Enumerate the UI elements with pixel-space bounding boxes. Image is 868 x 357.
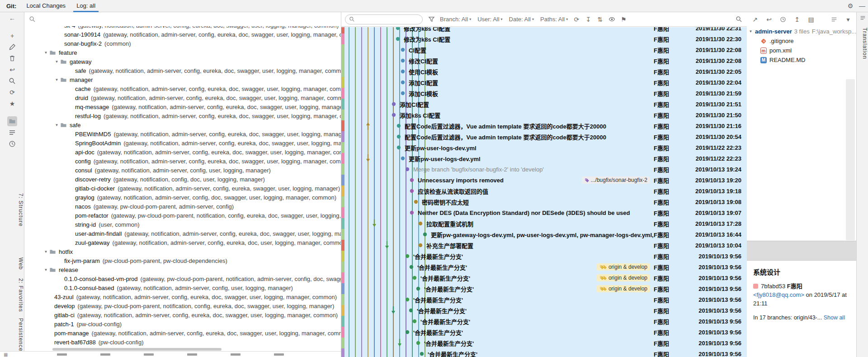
log-row[interactable]: '合并最新生产分支'F惠阳2019/10/13 9:56 — [341, 305, 747, 316]
branch-row[interactable]: revert-baf67d88(pw-cloud-config) — [24, 338, 341, 347]
log-row[interactable]: 应该检查从流读取返回的值F惠阳2019/10/13 19:18 — [341, 186, 747, 196]
branch-row[interactable]: safe(gateway, notification, admin-server… — [24, 66, 341, 75]
ref-label-chip[interactable]: origin & develop — [597, 263, 650, 271]
lines-icon[interactable] — [830, 16, 839, 23]
toolwindow-label-web[interactable]: Web — [0, 257, 24, 270]
log-row[interactable]: '合并最新生产分支'F惠阳2019/10/13 9:56 — [341, 348, 747, 357]
branch-row[interactable]: mq-message(gateway, notification, admin-… — [24, 102, 341, 111]
chevron-down-icon[interactable]: ▾ — [844, 16, 853, 23]
add-icon[interactable]: + — [0, 30, 24, 41]
log-row[interactable]: 更新pw-user-logs-dev.ymlF惠阳2019/11/22 22:2… — [341, 142, 747, 153]
tab-local-changes[interactable]: Local Changes — [21, 0, 71, 12]
show-all-link[interactable]: Show all — [824, 314, 845, 321]
fetch-icon[interactable]: ↧ — [584, 16, 593, 23]
log-row[interactable]: 密码密钥不应太短F惠阳2019/10/13 19:08 — [341, 196, 747, 207]
log-row[interactable]: 更新pw-gateway-logs-dev.yml, pw-user-logs-… — [341, 229, 747, 240]
branch-row[interactable]: PBEWithMD5(gateway, notification, admin-… — [24, 129, 341, 138]
log-row[interactable]: '合并最新生产分支'origin & developF惠阳2019/10/13 … — [341, 283, 747, 294]
bottom-strip-icon[interactable] — [187, 353, 197, 356]
log-row[interactable]: 添加CI模板F惠阳2019/11/30 21:59 — [341, 88, 747, 99]
chevron-expanded-icon[interactable]: ▼ — [42, 268, 49, 272]
branch-row[interactable]: restful-log(gateway, notification, admin… — [24, 111, 341, 120]
log-row[interactable]: '合并最新生产分支'F惠阳2019/10/13 9:56 — [341, 251, 747, 262]
search-icon[interactable] — [0, 75, 24, 86]
branch-row[interactable]: cache(gateway, notification, admin-serve… — [24, 84, 341, 93]
log-row[interactable]: '合并最新生产分支'F惠阳2019/10/13 9:56 — [341, 338, 747, 348]
log-filter-user[interactable]: User: All▾ — [477, 16, 502, 23]
ref-label-chip[interactable]: origin & develop — [597, 285, 650, 292]
log-filter-branch[interactable]: Branch: All▾ — [440, 16, 471, 23]
log-row[interactable]: '合并最新生产分支'F惠阳2019/10/13 9:56 — [341, 327, 747, 338]
changed-files-root[interactable]: ▼ admin-server 3 files F:\java_worksp... — [747, 26, 856, 36]
forward-icon[interactable]: ↗ — [750, 16, 760, 23]
branch-row[interactable]: discover-retry(gateway, notification, co… — [24, 175, 341, 184]
flag-icon[interactable]: ⚑ — [619, 16, 628, 23]
log-row[interactable]: '合并最新生产分支'F惠阳2019/10/13 9:56 — [341, 294, 747, 305]
branch-row[interactable]: develop(gateway, pw-cloud-pom-parent, no… — [24, 301, 341, 310]
log-row[interactable]: 添加CI配置F惠阳2019/11/30 21:51 — [341, 99, 747, 109]
log-row[interactable]: CI配置F惠阳2019/11/30 22:08 — [341, 44, 747, 55]
log-row[interactable]: 添加k8s CI配置F惠阳2019/11/30 21:50 — [341, 109, 747, 120]
log-row[interactable]: 修改为k8s CI配置F惠阳2019/11/30 22:30 — [341, 33, 747, 44]
toolwindow-corner-icon[interactable]: ▦ — [0, 351, 24, 357]
chevron-expanded-icon[interactable]: ▼ — [53, 60, 60, 64]
branch-row[interactable]: sonar-190914(gateway, notification, admi… — [24, 30, 341, 39]
branch-row[interactable]: druid(gateway, notification, admin-serve… — [24, 93, 341, 102]
bottom-strip-icon[interactable] — [274, 353, 284, 356]
log-row[interactable]: 配置Code后置过滤器，Vue admin template 要求返回的code… — [341, 120, 747, 131]
log-row[interactable]: 修改CI配置F惠阳2019/11/30 22:08 — [341, 55, 747, 66]
toolwindow-icon[interactable] — [857, 12, 868, 24]
branch-row[interactable]: config(gateway, notification, admin-serv… — [24, 157, 341, 166]
branch-row[interactable]: gitlab-ci-docker(gateway, notification, … — [24, 184, 341, 193]
branch-row[interactable]: sonar-bugfix-2(common) — [24, 39, 341, 48]
ref-label-chip[interactable]: .../bugfix/sonar-bugfix-2 — [582, 176, 650, 184]
log-row[interactable]: Merge branch 'bugfix/sonar-bugfix-2' int… — [341, 164, 747, 175]
branch-row[interactable]: 0.1.0-consul-based(gateway, notification… — [24, 283, 341, 292]
rollback-icon[interactable]: ↩ — [764, 16, 774, 23]
branch-hscrollbar[interactable] — [24, 347, 341, 351]
filter-gear-icon[interactable] — [427, 16, 436, 23]
log-row[interactable]: 添加CI配置F惠阳2019/11/30 22:04 — [341, 77, 747, 88]
bottom-strip-icon[interactable] — [57, 353, 67, 356]
ref-label-chip[interactable]: origin & develop — [597, 274, 650, 281]
bottom-strip-icon[interactable] — [144, 353, 154, 356]
toolwindow-label-structure[interactable]: 7: Structure — [0, 193, 24, 227]
log-row[interactable]: Unnecessary imports removed.../bugfix/so… — [341, 175, 747, 186]
log-row[interactable]: '合并最新生产分支'origin & developF惠阳2019/10/13 … — [341, 272, 747, 283]
go-to-hash-icon[interactable] — [734, 16, 743, 23]
lines-icon[interactable] — [0, 127, 24, 138]
branch-row[interactable]: pom-refactor(gateway, pw-cloud-pom-paren… — [24, 211, 341, 220]
toolwindow-label-favorites[interactable]: 2: Favorites — [0, 278, 24, 312]
clock-icon[interactable] — [0, 138, 24, 149]
upload-icon[interactable]: ↥ — [793, 16, 802, 23]
toolwindow-label-persistence[interactable]: Persistence — [0, 318, 24, 352]
branch-row[interactable]: zuul-gateway(gateway, notification, admi… — [24, 238, 341, 247]
toolwindow-label-translation[interactable]: Translation — [857, 28, 868, 59]
changed-file-row[interactable]: MREADME.MD — [747, 55, 856, 65]
folder-icon[interactable] — [0, 115, 24, 127]
log-row[interactable]: 修改为k8s CI配置F惠阳2019/11/30 22:31 — [341, 27, 747, 33]
branch-row[interactable]: 0.1.0-consol-based-vm-prod(gateway, pw-c… — [24, 274, 341, 283]
branch-row[interactable]: string-id(user, common) — [24, 220, 341, 229]
details-splitter[interactable] — [747, 241, 856, 261]
trash-icon[interactable] — [0, 52, 24, 64]
changed-file-row[interactable]: .gitignore — [747, 36, 856, 46]
bottom-strip-icon[interactable] — [100, 353, 110, 356]
log-row[interactable]: 使用CI模板F惠阳2019/11/30 22:05 — [341, 66, 747, 77]
pencil-icon[interactable] — [0, 41, 24, 52]
branch-row[interactable]: nacos(gateway, pw-cloud-pom-parent, admi… — [24, 202, 341, 211]
author-email-link[interactable]: <fjy8018@qq.com> — [753, 291, 804, 298]
branch-row[interactable]: fix-jvm-param(pw-cloud-pom-parent, pw-cl… — [24, 256, 341, 265]
bottom-strip-icon[interactable] — [231, 353, 241, 356]
branch-group-row[interactable]: ▼release — [24, 265, 341, 274]
chevron-expanded-icon[interactable]: ▼ — [53, 78, 60, 82]
clock-icon[interactable] — [778, 16, 788, 23]
branch-row[interactable]: pom-manage(gateway, notification, admin-… — [24, 328, 341, 338]
chevron-expanded-icon[interactable]: ▼ — [53, 123, 60, 127]
eye-icon[interactable] — [607, 16, 616, 23]
log-row[interactable]: 更新pw-user-logs-dev.ymlF惠阳2019/11/22 22:2… — [341, 153, 747, 164]
branch-group-row[interactable]: ▼feature — [24, 48, 341, 57]
log-filter-date[interactable]: Date: All▾ — [509, 16, 534, 23]
log-row[interactable]: '合并最新生产分支'F惠阳2019/10/13 9:56 — [341, 316, 747, 327]
log-row[interactable]: 补充生产部署配置F惠阳2019/10/13 10:04 — [341, 240, 747, 251]
